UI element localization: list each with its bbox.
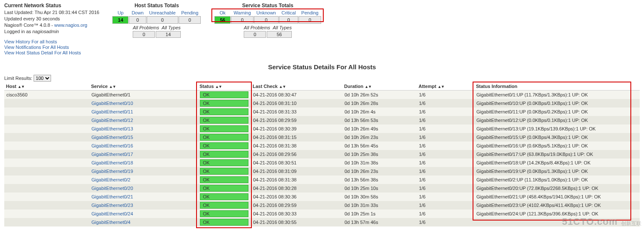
nav-history-link[interactable]: View History For all hosts	[4, 39, 57, 44]
logged-in-user: nagiosadmin	[32, 29, 59, 34]
lastcheck-cell: 04-21-2016 08:29:56	[251, 150, 342, 158]
info-cell: GigabitEthernet0/11:UP (0.0KBps/0.2KBps)…	[474, 108, 640, 116]
attempt-cell: 1/6	[417, 99, 474, 108]
host-cell	[4, 150, 89, 158]
service-cell[interactable]: GigabitEthernet0/19	[89, 167, 198, 175]
host-cell	[4, 184, 89, 192]
service-cell[interactable]: GigabitEthernet0/17	[89, 150, 198, 158]
host-cell	[4, 133, 89, 141]
attempt-cell: 1/6	[417, 218, 474, 226]
col-service-header[interactable]: Service ▲▼	[89, 82, 198, 91]
service-cell[interactable]: GigabitEthernet0/21	[89, 192, 198, 201]
svc-unknown-header[interactable]: Unknown	[254, 10, 279, 16]
host-pending-count[interactable]: 0	[179, 16, 201, 24]
attempt-cell: 1/6	[417, 158, 474, 167]
col-duration-header[interactable]: Duration ▲▼	[342, 82, 417, 91]
service-cell[interactable]: GigabitEthernet0/23	[89, 201, 198, 209]
table-row: GigabitEthernet0/17OK04-21-2016 08:29:56…	[4, 150, 640, 158]
service-cell[interactable]: GigabitEthernet0/10	[89, 99, 198, 108]
duration-cell: 0d 10h 31m 38s	[342, 158, 417, 167]
col-info-header: Status Information	[474, 82, 640, 91]
duration-cell: 0d 10h 26m 23s	[342, 167, 417, 175]
host-down-header[interactable]: Down	[129, 10, 146, 16]
col-attempt-header[interactable]: Attempt ▲▼	[417, 82, 474, 91]
lastcheck-cell: 04-21-2016 08:30:36	[251, 192, 342, 201]
lastcheck-cell: 04-21-2016 08:29:59	[251, 201, 342, 209]
service-cell[interactable]: GigabitEthernet0/24	[89, 209, 198, 218]
host-pending-header[interactable]: Pending	[179, 10, 201, 16]
service-cell[interactable]: GigabitEthernet0/11	[89, 108, 198, 116]
svc-all-problems-count[interactable]: 0	[244, 31, 266, 38]
svc-ok-count[interactable]: 56	[214, 16, 231, 24]
svc-warning-count[interactable]: 0	[231, 16, 254, 24]
nagios-link[interactable]: www.nagios.org	[54, 23, 88, 28]
host-cell	[4, 201, 89, 209]
lastcheck-cell: 04-21-2016 08:29:59	[251, 116, 342, 124]
svc-all-types-count[interactable]: 56	[267, 31, 291, 38]
status-cell: OK	[198, 192, 251, 201]
status-cell: OK	[198, 91, 251, 99]
svc-critical-header[interactable]: Critical	[279, 10, 299, 16]
service-cell[interactable]: GigabitEthernet0/1	[89, 91, 198, 99]
host-all-types-count[interactable]: 14	[156, 31, 180, 38]
table-row: GigabitEthernet0/10OK04-21-2016 08:31:10…	[4, 99, 640, 108]
host-down-count[interactable]: 0	[129, 16, 146, 24]
product-line: Nagios® Core™ 4.0.8 - www.nagios.org	[4, 22, 99, 28]
duration-cell: 0d 10h 26m 4s	[342, 108, 417, 116]
nav-notifications-link[interactable]: View Notifications For All Hosts	[4, 45, 69, 50]
host-unreachable-header[interactable]: Unreachable	[147, 10, 178, 16]
service-cell[interactable]: GigabitEthernet0/16	[89, 141, 198, 150]
status-badge: OK	[200, 185, 248, 192]
table-row: GigabitEthernet0/16OK04-21-2016 08:31:38…	[4, 141, 640, 150]
service-cell[interactable]: GigabitEthernet0/13	[89, 124, 198, 133]
host-up-header[interactable]: Up	[112, 10, 128, 16]
duration-cell: 0d 10h 25m 38s	[342, 150, 417, 158]
service-totals-table: Ok Warning Unknown Critical Pending 56 0…	[214, 9, 321, 24]
svc-critical-count[interactable]: 0	[279, 16, 299, 24]
status-cell: OK	[198, 108, 251, 116]
table-row: GigabitEthernet0/24OK04-21-2016 08:30:33…	[4, 209, 640, 218]
host-unreachable-count[interactable]: 0	[147, 16, 178, 24]
status-badge: OK	[200, 91, 248, 98]
service-cell[interactable]: GigabitEthernet0/4	[89, 218, 198, 226]
duration-cell: 0d 13h 56m 45s	[342, 141, 417, 150]
col-host-header[interactable]: Host ▲▼	[4, 82, 89, 91]
table-row: GigabitEthernet0/12OK04-21-2016 08:29:59…	[4, 116, 640, 124]
service-cell[interactable]: GigabitEthernet0/15	[89, 133, 198, 141]
svc-ok-header[interactable]: Ok	[214, 10, 231, 16]
table-row: GigabitEthernet0/2OK04-21-2016 08:31:380…	[4, 175, 640, 184]
svc-pending-count[interactable]: 0	[299, 16, 321, 24]
host-cell	[4, 108, 89, 116]
svc-pending-header[interactable]: Pending	[299, 10, 321, 16]
service-cell[interactable]: GigabitEthernet0/12	[89, 116, 198, 124]
host-totals-title: Host Status Totals	[112, 3, 201, 8]
svc-warning-header[interactable]: Warning	[231, 10, 254, 16]
col-lastcheck-header[interactable]: Last Check ▲▼	[251, 82, 342, 91]
attempt-cell: 1/6	[417, 192, 474, 201]
sort-icon: ▲▼	[109, 85, 116, 89]
attempt-cell: 1/6	[417, 184, 474, 192]
status-cell: OK	[198, 209, 251, 218]
table-row: GigabitEthernet0/19OK04-21-2016 08:31:09…	[4, 167, 640, 175]
host-up-count[interactable]: 14	[112, 16, 128, 24]
host-all-problems-count[interactable]: 0	[133, 31, 155, 38]
service-cell[interactable]: GigabitEthernet0/18	[89, 158, 198, 167]
service-cell[interactable]: GigabitEthernet0/20	[89, 184, 198, 192]
table-row: GigabitEthernet0/13OK04-21-2016 08:30:39…	[4, 124, 640, 133]
host-cell[interactable]: cisco3560	[4, 91, 89, 99]
duration-cell: 0d 13h 57m 46s	[342, 218, 417, 226]
host-cell	[4, 192, 89, 201]
host-all-problems-label: All Problems	[133, 25, 159, 30]
service-cell[interactable]: GigabitEthernet0/2	[89, 175, 198, 184]
status-badge: OK	[200, 151, 248, 158]
sort-icon: ▲▼	[279, 85, 286, 89]
lastcheck-cell: 04-21-2016 08:30:55	[251, 218, 342, 226]
lastcheck-cell: 04-21-2016 08:30:47	[251, 91, 342, 99]
svc-unknown-count[interactable]: 0	[254, 16, 279, 24]
col-status-header[interactable]: Status ▲▼	[198, 82, 251, 91]
duration-cell: 0d 10h 31m 33s	[342, 201, 417, 209]
status-cell: OK	[198, 201, 251, 209]
status-badge: OK	[200, 108, 248, 115]
limit-results-select[interactable]: 100	[34, 75, 51, 82]
nav-host-status-link[interactable]: View Host Status Detail For All Hosts	[4, 50, 81, 55]
